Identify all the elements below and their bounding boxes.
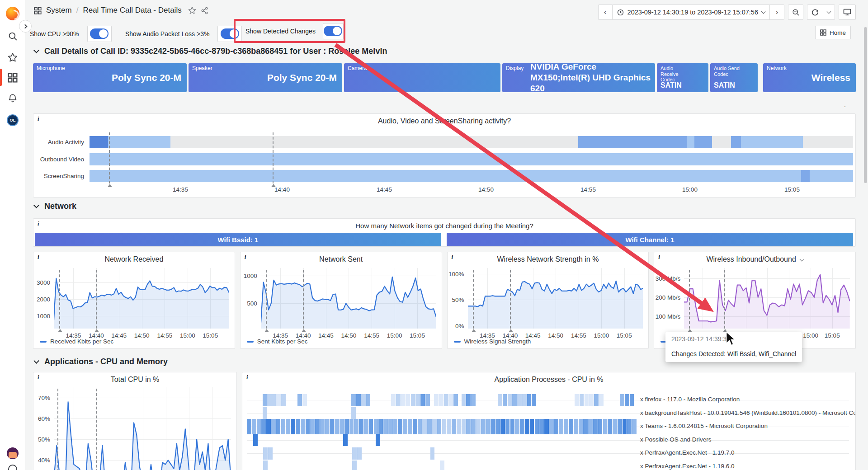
heatmap-cell[interactable] — [491, 419, 495, 434]
heatmap-cell[interactable] — [325, 419, 330, 434]
timeline-segment[interactable] — [694, 136, 712, 148]
heatmap-cell[interactable] — [422, 419, 427, 434]
heatmap-cell[interactable] — [393, 419, 398, 434]
share-icon[interactable] — [201, 7, 208, 14]
heatmap-cell[interactable] — [401, 394, 406, 406]
annotation-line[interactable] — [96, 389, 97, 470]
timeline-segment[interactable] — [90, 136, 108, 148]
heatmap-cell[interactable] — [406, 394, 410, 406]
favorite-star-icon[interactable] — [188, 6, 196, 14]
heatmap-cell[interactable] — [599, 394, 604, 406]
heatmap-cell[interactable] — [263, 394, 267, 406]
heatmap-cell[interactable] — [512, 394, 517, 406]
section-network[interactable]: Network — [33, 202, 76, 211]
heatmap-cell[interactable] — [583, 419, 588, 434]
heatmap-cell[interactable] — [579, 419, 583, 434]
breadcrumb-page[interactable]: Real Time Call Data - Details — [83, 6, 181, 15]
process-series-label[interactable]: x PerfraxAgent.Exec.Net - 1.19.7.0 — [640, 449, 735, 456]
heatmap-cell[interactable] — [310, 419, 315, 434]
heatmap-cell[interactable] — [330, 419, 334, 434]
process-series-label[interactable]: x Teams - 1.6.00.24815 - Microsoft Corpo… — [640, 423, 768, 429]
heatmap-cell[interactable] — [383, 419, 388, 434]
heatmap-cell[interactable] — [437, 419, 442, 434]
heatmap-cell[interactable] — [391, 394, 396, 406]
heatmap-cell[interactable] — [418, 419, 422, 434]
stat-network[interactable]: Network Wireless — [763, 63, 856, 92]
time-shift-back-button[interactable]: ‹ — [598, 5, 613, 20]
heatmap-cell[interactable] — [263, 461, 268, 470]
heatmap-cell[interactable] — [530, 419, 534, 434]
heatmap-cell[interactable] — [376, 434, 380, 446]
heatmap-cell[interactable] — [532, 394, 536, 406]
stat-camera[interactable]: Camera — [344, 63, 500, 92]
panel-title[interactable]: Network Received — [33, 255, 235, 263]
process-series-label[interactable]: x backgroundTaskHost - 10.0.19041.546 (W… — [640, 409, 856, 416]
heatmap-cell[interactable] — [315, 419, 320, 434]
heatmap-cell[interactable] — [261, 419, 266, 434]
heatmap-cell[interactable] — [630, 394, 634, 406]
home-button[interactable]: Home — [815, 26, 851, 39]
refresh-interval-dropdown[interactable] — [823, 5, 835, 20]
time-shift-forward-button[interactable]: › — [770, 5, 784, 20]
heatmap-cell[interactable] — [340, 419, 344, 434]
heatmap-cell[interactable] — [481, 419, 486, 434]
heatmap-cell[interactable] — [411, 394, 415, 406]
annotation-line[interactable] — [473, 270, 474, 329]
timeline-segment[interactable] — [687, 136, 694, 148]
heatmap-cell[interactable] — [471, 394, 476, 406]
timeline-segment[interactable] — [90, 170, 801, 182]
heatmap-cell[interactable] — [388, 419, 393, 434]
annotation-line[interactable] — [57, 389, 58, 470]
heatmap-cell[interactable] — [471, 419, 476, 434]
heatmap-cell[interactable] — [271, 394, 276, 406]
annotation-line[interactable] — [510, 270, 511, 329]
timeline-segment[interactable] — [801, 170, 810, 182]
heatmap-cell[interactable] — [263, 407, 267, 419]
tv-mode-button[interactable] — [839, 5, 856, 20]
annotation-line[interactable] — [109, 132, 110, 183]
toggle-cpu[interactable] — [87, 26, 112, 42]
heatmap-cell[interactable] — [495, 419, 500, 434]
heatmap-cell[interactable] — [505, 419, 510, 434]
timeline-segment[interactable] — [810, 170, 853, 182]
heatmap-cell[interactable] — [439, 394, 443, 406]
heatmap-cell[interactable] — [620, 394, 624, 406]
heatmap-cell[interactable] — [442, 419, 447, 434]
heatmap-cell[interactable] — [625, 394, 629, 406]
avatar[interactable] — [0, 445, 25, 461]
heatmap-cell[interactable] — [627, 419, 632, 434]
heatmap-cell[interactable] — [585, 394, 589, 406]
info-icon[interactable]: i — [658, 254, 660, 261]
timeline-segment[interactable] — [712, 136, 731, 148]
heatmap-cell[interactable] — [594, 394, 599, 406]
heatmap-cell[interactable] — [457, 419, 461, 434]
heatmap-cell[interactable] — [589, 394, 594, 406]
info-icon[interactable]: i — [38, 220, 39, 227]
heatmap-cell[interactable] — [517, 394, 522, 406]
heatmap-cell[interactable] — [525, 419, 529, 434]
heatmap-cell[interactable] — [413, 419, 417, 434]
heatmap-cell[interactable] — [462, 394, 466, 406]
help-icon[interactable] — [8, 465, 17, 470]
heatmap-cell[interactable] — [263, 447, 268, 460]
scrollbar[interactable] — [864, 27, 867, 183]
timeline-segment[interactable] — [170, 136, 578, 148]
info-icon[interactable]: i — [245, 254, 246, 261]
heatmap-cell[interactable] — [575, 394, 579, 406]
heatmap-cell[interactable] — [408, 419, 412, 434]
timeline-segment[interactable] — [731, 136, 741, 148]
section-call-details[interactable]: Call Details of Call ID: 9335c242-5b65-4… — [33, 47, 387, 56]
stat-wifi-channel[interactable]: Wifi Channel: 1 — [447, 233, 853, 246]
process-series-label[interactable]: x Possible OS and Drivers — [640, 436, 712, 443]
heatmap-cell[interactable] — [276, 394, 281, 406]
heatmap-cell[interactable] — [466, 394, 471, 406]
heatmap-cell[interactable] — [257, 419, 261, 434]
legend-wireless-signal[interactable]: Wireless Signal Strength — [454, 338, 531, 345]
heatmap-cell[interactable] — [335, 419, 339, 434]
heatmap-cell[interactable] — [440, 461, 444, 470]
heatmap-cell[interactable] — [374, 419, 378, 434]
heatmap-cell[interactable] — [520, 419, 524, 434]
heatmap-cell[interactable] — [623, 419, 627, 434]
timeline-segment[interactable] — [108, 136, 170, 148]
heatmap-cell[interactable] — [306, 419, 310, 434]
